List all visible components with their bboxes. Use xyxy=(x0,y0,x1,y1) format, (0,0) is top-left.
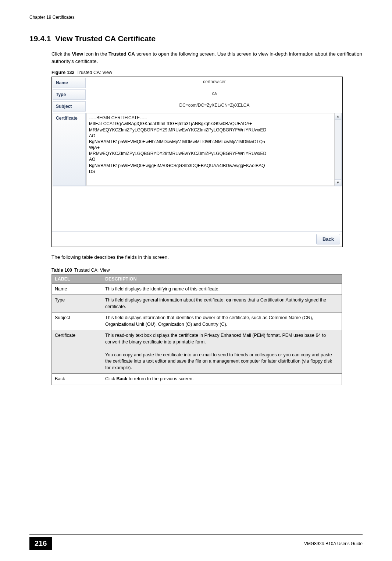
scroll-up-icon[interactable]: ▲ xyxy=(335,113,341,120)
description-table: LABEL DESCRIPTION Name This field displa… xyxy=(51,274,342,385)
guide-title: VMG8924-B10A User's Guide xyxy=(304,541,363,546)
page-number: 216 xyxy=(29,537,52,550)
cell-label: Subject xyxy=(52,313,102,330)
table-row: Type This field displays general informa… xyxy=(52,295,342,313)
cell-label: Back xyxy=(52,374,102,385)
ui-certificate-textarea[interactable]: -----BEGIN CERTIFICATE----- MIIEaTCCA1Gg… xyxy=(86,113,335,186)
cell-label: Type xyxy=(52,295,102,313)
section-title-text: View Trusted CA Certificate xyxy=(55,34,156,43)
th-label: LABEL xyxy=(52,274,102,283)
scroll-down-icon[interactable]: ▼ xyxy=(335,179,341,186)
table-row: Subject This field displays information … xyxy=(52,313,342,330)
cell-desc: Click Back to return to the previous scr… xyxy=(102,374,342,385)
cell-label: Certificate xyxy=(52,330,102,374)
figure-caption: Figure 132Trusted CA: View xyxy=(29,70,363,75)
ui-value-name: certnew.cer xyxy=(86,77,342,89)
ui-blank-area xyxy=(52,187,342,231)
ui-certificate-box: -----BEGIN CERTIFICATE----- MIIEaTCCA1Gg… xyxy=(86,113,342,186)
back-button[interactable]: Back xyxy=(316,234,340,244)
cell-desc: This read-only text box displays the cer… xyxy=(102,330,342,374)
table-caption: Table 100Trusted CA: View xyxy=(29,268,363,273)
ui-scrollbar[interactable]: ▲ ▼ xyxy=(335,113,342,186)
footer-rule xyxy=(29,534,363,535)
table-row: Name This field displays the identifying… xyxy=(52,283,342,295)
page-footer: 216 VMG8924-B10A User's Guide xyxy=(29,534,363,550)
table-row: Certificate This read-only text box disp… xyxy=(52,330,342,374)
ui-label-certificate: Certificate xyxy=(53,113,86,186)
section-number: 19.4.1 xyxy=(29,34,51,43)
cell-label: Name xyxy=(52,283,102,295)
ui-value-subject: DC=com/DC=ZyXEL/CN=ZyXELCA xyxy=(86,100,342,112)
cell-desc: This field displays information that ide… xyxy=(102,313,342,330)
intro-paragraph: Click the View icon in the Trusted CA sc… xyxy=(29,50,363,65)
table-row: Back Click Back to return to the previou… xyxy=(52,374,342,385)
intro-bold-trustedca: Trusted CA xyxy=(108,51,135,57)
figure-ui-mock: Name certnew.cer Type ca Subject DC=com/… xyxy=(51,77,343,247)
cell-desc-bold: Back xyxy=(117,376,128,381)
cell-desc-bold: ca xyxy=(226,297,231,303)
cell-desc-prefix: This field displays general information … xyxy=(105,297,226,303)
running-head: Chapter 19 Certificates xyxy=(29,15,363,20)
table-label: Table 100 xyxy=(51,268,72,273)
cell-desc-suffix: to return to the previous screen. xyxy=(127,376,193,381)
cell-desc-p2: You can copy and paste the certificate i… xyxy=(105,352,332,370)
figure-text: Trusted CA: View xyxy=(77,70,113,75)
header-rule xyxy=(29,23,363,23)
table-text: Trusted CA: View xyxy=(74,268,110,273)
cell-desc: This field displays general information … xyxy=(102,295,342,313)
ui-value-type: ca xyxy=(86,89,342,100)
ui-label-type: Type xyxy=(53,89,86,100)
table-intro: The following table describes the fields… xyxy=(29,254,363,261)
th-description: DESCRIPTION xyxy=(102,274,342,283)
cell-desc-p1: This read-only text box displays the cer… xyxy=(105,333,326,345)
cell-desc-prefix: Click xyxy=(105,376,117,381)
intro-bold-view: View xyxy=(72,51,83,57)
cell-desc: This field displays the identifying name… xyxy=(102,283,342,295)
ui-label-name: Name xyxy=(53,78,86,88)
ui-footer: Back xyxy=(52,231,342,247)
ui-label-subject: Subject xyxy=(53,101,86,112)
figure-label: Figure 132 xyxy=(51,70,75,75)
section-heading: 19.4.1 View Trusted CA Certificate xyxy=(29,34,363,43)
